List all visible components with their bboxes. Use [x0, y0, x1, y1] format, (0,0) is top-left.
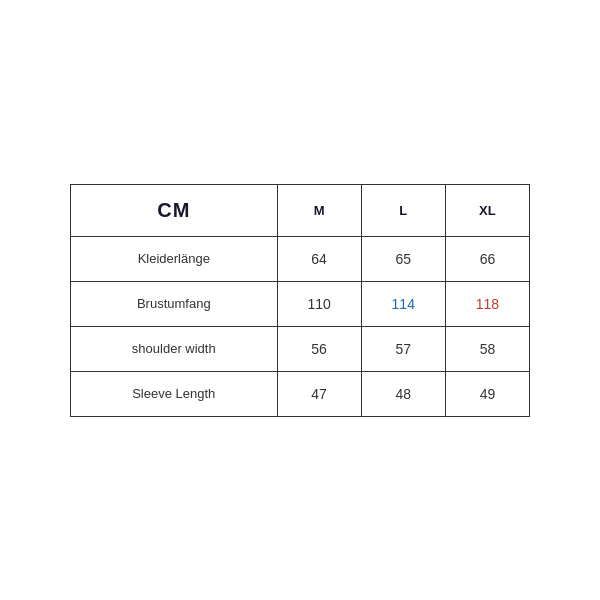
row-label-0: Kleiderlänge	[71, 236, 278, 281]
cell-0-1: 65	[361, 236, 445, 281]
table-row: Sleeve Length474849	[71, 371, 530, 416]
cell-1-0: 110	[277, 281, 361, 326]
row-label-2: shoulder width	[71, 326, 278, 371]
cm-header: CM	[71, 184, 278, 236]
table-row: Brustumfang110114118	[71, 281, 530, 326]
table-row: shoulder width565758	[71, 326, 530, 371]
cell-2-1: 57	[361, 326, 445, 371]
cell-3-0: 47	[277, 371, 361, 416]
cell-2-0: 56	[277, 326, 361, 371]
row-label-3: Sleeve Length	[71, 371, 278, 416]
size-xl-header: XL	[445, 184, 529, 236]
cell-3-1: 48	[361, 371, 445, 416]
cell-0-0: 64	[277, 236, 361, 281]
table-header-row: CM M L XL	[71, 184, 530, 236]
cell-1-2: 118	[445, 281, 529, 326]
size-chart-container: CM M L XL Kleiderlänge646566Brustumfang1…	[70, 184, 530, 417]
cell-1-1: 114	[361, 281, 445, 326]
table-row: Kleiderlänge646566	[71, 236, 530, 281]
row-label-1: Brustumfang	[71, 281, 278, 326]
size-l-header: L	[361, 184, 445, 236]
cell-0-2: 66	[445, 236, 529, 281]
size-m-header: M	[277, 184, 361, 236]
cell-2-2: 58	[445, 326, 529, 371]
cell-3-2: 49	[445, 371, 529, 416]
size-chart-table: CM M L XL Kleiderlänge646566Brustumfang1…	[70, 184, 530, 417]
